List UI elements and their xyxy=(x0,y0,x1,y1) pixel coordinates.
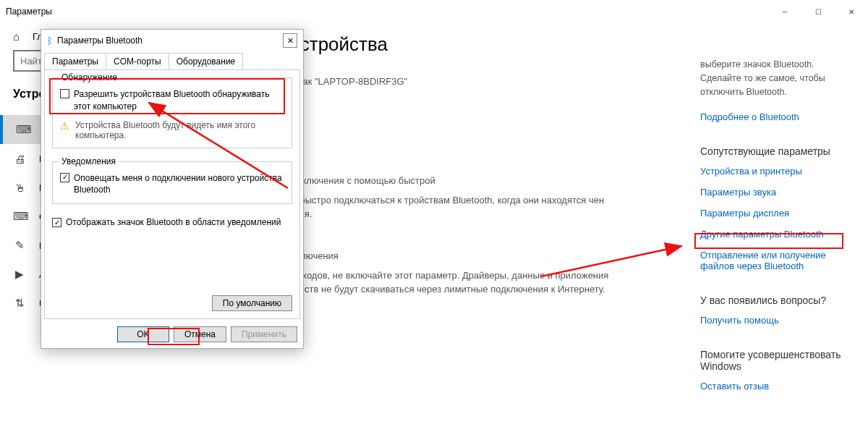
group-notifications-title: Уведомления xyxy=(59,156,119,166)
button-ok[interactable]: OK xyxy=(117,326,169,342)
button-defaults[interactable]: По умолчанию xyxy=(212,295,292,311)
bluetooth-dialog: ᛒ Параметры Bluetooth ✕ Параметры COM-по… xyxy=(41,29,304,349)
pen-icon: ✎ xyxy=(13,239,26,252)
discovery-warning-text: Устройства Bluetooth будут видеть имя эт… xyxy=(75,120,284,140)
minimize-button[interactable]: ─ xyxy=(768,0,801,23)
dialog-body: Обнаружение Разрешить устройствам Blueto… xyxy=(44,69,300,319)
heading-related: Сопутствующие параметры xyxy=(700,145,852,157)
dialog-title: Параметры Bluetooth xyxy=(57,35,142,46)
group-discovery: Обнаружение Разрешить устройствам Blueto… xyxy=(52,77,292,148)
mouse-icon: 🖱 xyxy=(13,182,26,194)
group-discovery-title: Обнаружение xyxy=(59,72,120,82)
warning-icon: ⚠ xyxy=(60,120,69,140)
checkbox-notify-connect-label[interactable]: Оповещать меня о подключении нового устр… xyxy=(74,172,284,197)
keyboard-icon: ⌨ xyxy=(13,210,26,223)
link-bluetooth-other[interactable]: Другие параметры Bluetooth xyxy=(700,229,852,240)
link-devices-printers[interactable]: Устройства и принтеры xyxy=(700,166,852,177)
checkbox-notify-connect[interactable]: ✓ xyxy=(60,173,69,182)
heading-questions: У вас появились вопросы? xyxy=(700,295,852,306)
right-intro: выберите значок Bluetooth. Сделайте то ж… xyxy=(700,58,852,98)
tab-com-ports[interactable]: COM-порты xyxy=(106,53,169,69)
button-cancel[interactable]: Отмена xyxy=(174,326,226,342)
checkbox-tray-icon-label[interactable]: Отображать значок Bluetooth в области ув… xyxy=(66,217,281,227)
usb-icon: ⇅ xyxy=(13,297,26,310)
link-display-settings[interactable]: Параметры дисплея xyxy=(700,208,852,219)
dialog-close-button[interactable]: ✕ xyxy=(283,33,297,48)
dialog-button-row: OK Отмена Применить xyxy=(41,322,303,348)
window-title: Параметры xyxy=(6,7,52,17)
autoplay-icon: ▶ xyxy=(13,268,26,281)
window-controls: ─ ☐ ✕ xyxy=(768,0,868,23)
heading-improve: Помогите усовершенствовать Windows xyxy=(700,349,852,372)
maximize-button[interactable]: ☐ xyxy=(801,0,835,23)
link-more-bluetooth[interactable]: Подробнее о Bluetooth xyxy=(700,111,852,122)
tab-parameters[interactable]: Параметры xyxy=(44,53,106,69)
dialog-tabs: Параметры COM-порты Оборудование xyxy=(41,51,303,69)
bluetooth-icon: ᛒ xyxy=(47,35,53,46)
group-notifications: Уведомления ✓ Оповещать меня о подключен… xyxy=(52,161,292,205)
checkbox-tray-icon[interactable]: ✓ xyxy=(52,218,61,227)
home-icon[interactable]: ⌂ xyxy=(13,30,20,43)
keyboard-icon: ⌨ xyxy=(16,123,29,136)
right-column: выберите значок Bluetooth. Сделайте то ж… xyxy=(700,58,852,402)
link-feedback[interactable]: Оставить отзыв xyxy=(700,381,852,392)
link-bt-send-receive[interactable]: Отправление или получение файлов через B… xyxy=(700,250,852,271)
checkbox-allow-discovery-label[interactable]: Разрешить устройствам Bluetooth обнаружи… xyxy=(74,88,284,113)
printer-icon: 🖨 xyxy=(13,153,26,165)
window-titlebar: Параметры xyxy=(0,0,868,23)
button-apply[interactable]: Применить xyxy=(231,326,297,342)
close-button[interactable]: ✕ xyxy=(835,0,868,23)
dialog-titlebar[interactable]: ᛒ Параметры Bluetooth ✕ xyxy=(41,30,303,51)
tab-hardware[interactable]: Оборудование xyxy=(169,53,244,69)
search-placeholder: Найт xyxy=(20,56,42,67)
checkbox-allow-discovery[interactable] xyxy=(60,89,69,98)
link-get-help[interactable]: Получить помощь xyxy=(700,315,852,326)
link-sound-settings[interactable]: Параметры звука xyxy=(700,187,852,198)
